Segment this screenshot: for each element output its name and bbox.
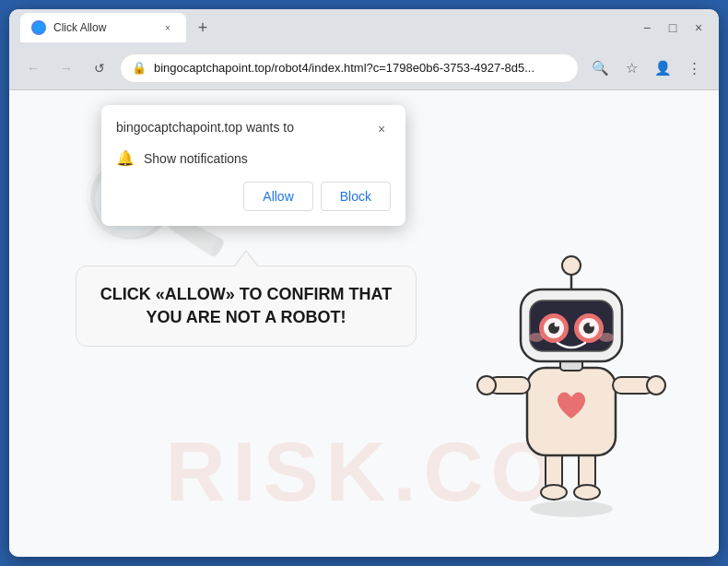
popup-title: bingocaptchapoint.top wants to <box>116 120 294 135</box>
allow-button[interactable]: Allow <box>243 182 312 211</box>
back-button[interactable]: ← <box>20 55 46 81</box>
main-message-bubble: CLICK «ALLOW» TO CONFIRM THAT YOU ARE NO… <box>76 265 417 347</box>
notification-popup: bingocaptchapoint.top wants to × 🔔 Show … <box>101 105 405 226</box>
browser-window: 🌐 Click Allow × + − □ × ← → ↺ 🔒 bingocap… <box>9 9 719 557</box>
svg-point-20 <box>590 323 594 327</box>
tab-close-button[interactable]: × <box>160 20 175 35</box>
popup-header: bingocaptchapoint.top wants to × <box>116 120 391 138</box>
bookmark-icon[interactable]: ☆ <box>617 54 645 82</box>
svg-point-8 <box>477 376 496 395</box>
minimize-button[interactable]: − <box>638 18 656 37</box>
profile-icon[interactable]: 👤 <box>649 54 676 82</box>
close-window-button[interactable]: × <box>689 18 708 37</box>
lock-icon: 🔒 <box>132 61 147 75</box>
bell-icon: 🔔 <box>116 149 135 167</box>
svg-point-4 <box>574 485 600 500</box>
url-bar[interactable]: 🔒 bingocaptchapoint.top/robot4/index.htm… <box>120 53 579 83</box>
address-bar: ← → ↺ 🔒 bingocaptchapoint.top/robot4/ind… <box>9 46 719 90</box>
new-tab-button[interactable]: + <box>190 15 216 41</box>
svg-point-9 <box>647 376 665 395</box>
svg-point-3 <box>541 485 567 500</box>
search-icon[interactable]: 🔍 <box>586 54 614 82</box>
active-tab[interactable]: 🌐 Click Allow × <box>20 13 186 42</box>
svg-point-0 <box>530 501 613 517</box>
menu-icon[interactable]: ⋮ <box>680 54 708 82</box>
refresh-button[interactable]: ↺ <box>87 55 112 81</box>
maximize-button[interactable]: □ <box>663 18 682 37</box>
popup-close-button[interactable]: × <box>372 120 391 138</box>
tab-title: Click Allow <box>53 21 153 34</box>
title-bar: 🌐 Click Allow × + − □ × <box>9 9 719 46</box>
popup-notification-row: 🔔 Show notifications <box>116 149 391 167</box>
browser-right-icons: 🔍 ☆ 👤 ⋮ <box>586 54 708 82</box>
svg-point-23 <box>529 333 544 342</box>
window-controls: − □ × <box>638 18 708 37</box>
page-content: 🔍 RISK.CO bingocaptchapoint.top wants to… <box>9 90 719 557</box>
notification-label: Show notifications <box>144 151 248 166</box>
popup-buttons: Allow Block <box>116 182 391 211</box>
svg-point-22 <box>562 256 581 275</box>
svg-point-24 <box>599 333 614 342</box>
tab-favicon: 🌐 <box>31 20 46 35</box>
robot-illustration <box>470 225 682 538</box>
main-message-text: CLICK «ALLOW» TO CONFIRM THAT YOU ARE NO… <box>100 285 392 326</box>
forward-button[interactable]: → <box>53 55 79 81</box>
block-button[interactable]: Block <box>321 182 391 211</box>
tab-bar: 🌐 Click Allow × + <box>20 13 630 42</box>
url-text: bingocaptchapoint.top/robot4/index.html?… <box>154 61 567 75</box>
svg-point-19 <box>555 323 559 327</box>
